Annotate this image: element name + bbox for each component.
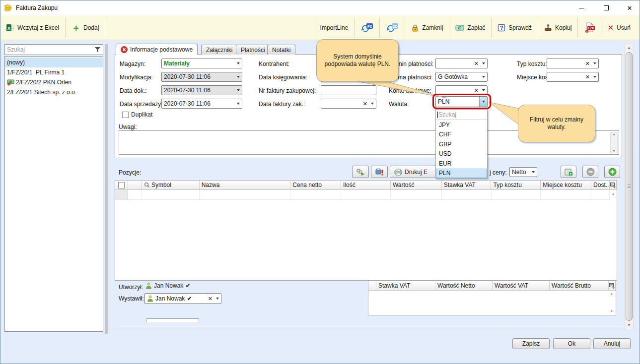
clear-x-icon[interactable]: ✕ (474, 87, 479, 94)
scroll-up-icon[interactable]: ▲ (610, 291, 614, 296)
print-labels-button[interactable]: Drukuj E (390, 166, 437, 178)
konto-bankowe-combo[interactable]: ✕ (435, 85, 488, 95)
chevron-down-icon[interactable] (593, 62, 596, 64)
column-header-nazwa[interactable]: Nazwa (200, 181, 291, 189)
cancel-button[interactable]: Anuluj (593, 338, 631, 349)
waluta-combo[interactable]: PLN (435, 96, 488, 107)
maximize-button[interactable] (598, 0, 615, 15)
load-excel-button[interactable]: X Wczytaj z Excel (0, 15, 65, 40)
clear-x-icon[interactable]: ✕ (585, 74, 590, 80)
tab-notatki[interactable]: Notatki (267, 45, 295, 55)
forma-platnosci-combo[interactable]: G Gotówka (435, 72, 488, 82)
column-chooser-button[interactable] (609, 281, 616, 290)
tab-zalaczniki[interactable]: Załączniki (201, 45, 237, 55)
price-type-combo[interactable]: Netto (509, 167, 537, 177)
list-item[interactable]: 2/FZ/20/1 Sitech sp. z o.o. (5, 87, 103, 97)
import-line-button[interactable]: ImportLine (314, 15, 355, 40)
scroll-up-icon[interactable]: ▲ (612, 191, 615, 200)
generate-zd-button[interactable]: ZD (380, 15, 405, 40)
scroll-down-icon[interactable]: ▼ (625, 321, 633, 329)
chevron-down-icon[interactable] (593, 76, 596, 78)
termin-platnosci-combo[interactable]: ✕ (435, 59, 488, 68)
clear-x-icon[interactable]: ✕ (474, 61, 479, 67)
scroll-down-icon[interactable]: ▼ (612, 149, 616, 153)
scroll-down-icon[interactable]: ▼ (610, 309, 614, 314)
column-header-wartosc-brutto[interactable]: Wartość Brutto (550, 281, 609, 290)
clear-x-icon[interactable]: ✕ (363, 101, 367, 107)
list-item[interactable]: (nowy) (5, 58, 103, 67)
chevron-down-icon[interactable] (237, 76, 240, 78)
column-header-wartosc[interactable]: Wartość (391, 181, 442, 189)
add-button[interactable]: ＋ Dodaj (66, 15, 105, 40)
generate-pz-button[interactable]: PZ (355, 15, 379, 40)
add-row-button[interactable] (604, 166, 620, 178)
fzk-document-button[interactable]: FZK ! (578, 15, 601, 40)
search-input[interactable] (5, 46, 94, 53)
currency-option[interactable]: JPY (436, 120, 487, 130)
data-faktury-combo[interactable]: ✕ (321, 99, 376, 109)
column-header-symbol[interactable]: Symbol (142, 181, 200, 189)
export-excel-button[interactable] (561, 166, 576, 178)
select-all-header[interactable] (115, 181, 128, 189)
chevron-down-icon[interactable] (371, 103, 374, 105)
link-items-button[interactable] (352, 166, 369, 178)
wystawil-combo[interactable]: Jan Nowak ✔ ✕ (144, 293, 221, 304)
close-button[interactable]: ✕ (621, 0, 638, 15)
column-header-wartosc-vat[interactable]: Wartość VAT (493, 281, 550, 290)
ok-button[interactable]: Ok (553, 338, 590, 349)
column-header-stawka-vat[interactable]: Stawka VAT (376, 281, 435, 290)
currency-option[interactable]: USD (436, 149, 487, 159)
print-alert-button[interactable] (371, 166, 388, 178)
column-header-typ-kosztu[interactable]: Typ kosztu (491, 181, 541, 189)
currency-option-selected[interactable]: PLN (436, 169, 487, 179)
grid-scroll-rail[interactable]: ▲ (610, 190, 617, 200)
scrollbar-thumb[interactable] (626, 52, 633, 321)
data-sprzedazy-combo[interactable]: 2020-07-30 11:06 (161, 99, 242, 109)
minimize-button[interactable] (573, 0, 590, 15)
chevron-down-icon[interactable] (532, 171, 535, 173)
chevron-down-icon[interactable] (482, 89, 485, 91)
pay-button[interactable]: Zapłać (449, 15, 491, 40)
data-dok-combo[interactable]: 2020-07-30 11:06 (161, 85, 242, 95)
vat-grid-scroll-rail[interactable]: ▲ ▼ (608, 291, 615, 314)
clear-x-icon[interactable]: ✕ (208, 296, 213, 302)
currency-option[interactable]: EUR (436, 159, 487, 169)
chevron-down-icon[interactable] (237, 62, 240, 64)
chevron-down-icon[interactable] (482, 76, 485, 78)
chevron-down-icon[interactable] (237, 103, 240, 105)
select-all-checkbox[interactable] (118, 182, 125, 188)
panel-splitter[interactable] (105, 44, 108, 334)
copy-button[interactable]: Kopiuj (538, 15, 577, 40)
currency-option[interactable]: CHF (436, 130, 487, 140)
magazyn-combo[interactable]: Materiały (161, 59, 242, 68)
column-header-stawka-vat[interactable]: Stawka VAT (442, 181, 492, 189)
column-header-ilosc[interactable]: Ilość (341, 181, 391, 189)
column-header-wartosc-netto[interactable]: Wartość Netto (435, 281, 493, 290)
list-item[interactable]: 1/FZ/20/1 PL Firma 1 (5, 67, 103, 77)
list-item[interactable]: 2/FZ/20/2 PKN Orlen (5, 77, 103, 87)
column-header-dost[interactable]: Dost... (591, 181, 610, 189)
uwagi-scrollbar[interactable]: ▲ ▼ (610, 132, 618, 153)
scroll-up-icon[interactable]: ▲ (612, 132, 616, 136)
column-header-cena-netto[interactable]: Cena netto (290, 181, 341, 189)
tab-informacje-podstawowe[interactable]: Informacje podstawowe (116, 44, 198, 55)
column-header-miejsce-kosztu[interactable]: Miejsce kosztu (541, 181, 591, 189)
remove-row-button[interactable] (582, 166, 598, 178)
tab-platnosci[interactable]: Płatności (236, 45, 270, 55)
close-document-button[interactable]: Zamknij (405, 15, 449, 40)
chevron-down-icon[interactable] (482, 62, 485, 64)
currency-search[interactable]: Szukaj (436, 110, 487, 120)
column-chooser-button[interactable] (610, 181, 617, 189)
check-button[interactable]: ? Sprawdź (492, 15, 538, 40)
nr-faktury-input[interactable] (321, 85, 376, 95)
miejsce-kosztu-combo[interactable]: ✕ (547, 72, 599, 82)
waluta-dropdown-button[interactable] (479, 97, 487, 107)
delete-button[interactable]: ✕ Usuń (601, 15, 640, 40)
scroll-up-icon[interactable]: ▲ (625, 44, 633, 52)
duplikat-checkbox[interactable] (122, 112, 129, 118)
modyfikacja-combo[interactable]: 2020-07-30 11:06 (161, 72, 242, 82)
chevron-down-icon[interactable] (216, 298, 219, 300)
typ-kosztu-combo[interactable]: ✕ (547, 59, 599, 68)
main-vertical-scrollbar[interactable]: ▲ ▼ (625, 44, 634, 329)
filter-funnel-icon[interactable] (94, 47, 101, 53)
